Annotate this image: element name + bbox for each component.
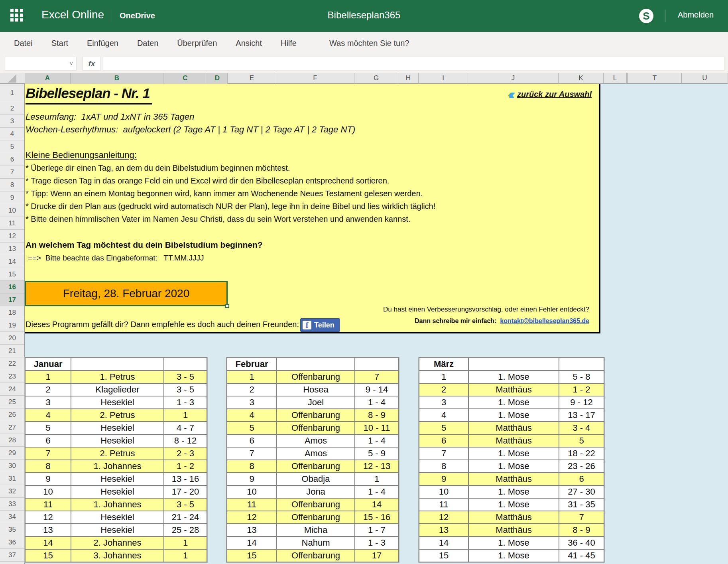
plan-cell-day[interactable]: 11: [227, 498, 277, 511]
plan-cell-day[interactable]: 9: [25, 473, 71, 485]
column-header-D[interactable]: D: [207, 73, 228, 84]
plan-cell-chapters[interactable]: 1 - 2: [164, 460, 207, 473]
plan-cell-book[interactable]: Hesekiel: [71, 524, 164, 536]
formula-input[interactable]: [103, 57, 725, 71]
plan-cell-book[interactable]: 1. Mose: [468, 409, 559, 422]
row-header-19[interactable]: 19: [0, 319, 24, 332]
plan-cell-day[interactable]: 13: [419, 524, 468, 536]
plan-cell-chapters[interactable]: 10 - 11: [355, 422, 399, 434]
menu-ansicht[interactable]: Ansicht: [236, 39, 262, 48]
empty-header-cell[interactable]: [468, 358, 559, 371]
plan-cell-chapters[interactable]: 31 - 35: [559, 498, 604, 511]
plan-cell-book[interactable]: 1. Johannes: [71, 498, 164, 511]
plan-cell-chapters[interactable]: 7: [559, 511, 604, 524]
row-header-7[interactable]: 7: [0, 166, 24, 179]
plan-cell-book[interactable]: 1. Mose: [468, 549, 559, 562]
column-header-H[interactable]: H: [398, 73, 419, 84]
contact-email-link[interactable]: kontakt@bibelleseplan365.de: [500, 317, 589, 324]
plan-cell-day[interactable]: 5: [25, 422, 71, 434]
plan-cell-day[interactable]: 1: [419, 371, 468, 383]
column-header-I[interactable]: I: [419, 73, 468, 84]
plan-cell-book[interactable]: 2. Petrus: [71, 447, 164, 460]
month-label[interactable]: Januar: [25, 358, 71, 371]
plan-cell-chapters[interactable]: 3 - 4: [559, 422, 604, 434]
plan-cell-book[interactable]: Amos: [277, 447, 355, 460]
plan-cell-book[interactable]: Matthäus: [468, 434, 559, 447]
plan-cell-day[interactable]: 9: [419, 473, 468, 485]
plan-cell-book[interactable]: Hesekiel: [71, 396, 164, 409]
plan-cell-chapters[interactable]: 6: [559, 473, 604, 485]
plan-cell-day[interactable]: 3: [227, 396, 277, 409]
plan-cell-day[interactable]: 15: [419, 549, 468, 562]
plan-cell-day[interactable]: 8: [25, 460, 71, 473]
plan-cell-chapters[interactable]: 36 - 40: [559, 536, 604, 549]
plan-cell-chapters[interactable]: 1 - 4: [355, 396, 399, 409]
row-header-10[interactable]: 10: [0, 204, 24, 217]
signout-button[interactable]: Abmelden: [678, 10, 714, 20]
row-header-36[interactable]: 36: [0, 536, 24, 549]
row-header-12[interactable]: 12: [0, 230, 24, 243]
plan-cell-chapters[interactable]: 23 - 26: [559, 460, 604, 473]
menu-hilfe[interactable]: Hilfe: [281, 39, 297, 48]
plan-cell-book[interactable]: Nahum: [277, 536, 355, 549]
plan-cell-day[interactable]: 11: [419, 498, 468, 511]
plan-cell-chapters[interactable]: 17 - 20: [164, 485, 207, 498]
plan-cell-book[interactable]: Klagelieder: [71, 383, 164, 396]
row-header-13[interactable]: 13: [0, 243, 24, 255]
plan-cell-book[interactable]: Offenbarung: [277, 498, 355, 511]
plan-cell-book[interactable]: Matthäus: [468, 383, 559, 396]
plan-cell-book[interactable]: Hesekiel: [71, 511, 164, 524]
plan-cell-day[interactable]: 3: [25, 396, 71, 409]
plan-cell-chapters[interactable]: 13 - 17: [559, 409, 604, 422]
plan-cell-day[interactable]: 4: [227, 409, 277, 422]
menu-einfuegen[interactable]: Einfügen: [87, 39, 118, 48]
plan-cell-day[interactable]: 12: [419, 511, 468, 524]
plan-cell-chapters[interactable]: 25 - 28: [164, 524, 207, 536]
plan-cell-chapters[interactable]: 5 - 9: [355, 447, 399, 460]
column-header-A[interactable]: A: [25, 73, 71, 84]
skype-icon[interactable]: S: [639, 9, 653, 23]
row-header-38[interactable]: 38: [0, 562, 24, 564]
fill-handle[interactable]: [225, 304, 229, 308]
row-header-31[interactable]: 31: [0, 472, 24, 485]
row-header-14[interactable]: 14: [0, 255, 24, 268]
plan-cell-day[interactable]: 7: [419, 447, 468, 460]
name-box[interactable]: ˅: [5, 57, 77, 71]
row-header-8[interactable]: 8: [0, 179, 24, 191]
plan-cell-book[interactable]: 1. Petrus: [71, 371, 164, 383]
plan-cell-day[interactable]: 14: [227, 536, 277, 549]
plan-cell-chapters[interactable]: 1 - 3: [355, 536, 399, 549]
plan-cell-book[interactable]: Obadja: [277, 473, 355, 485]
plan-cell-day[interactable]: 6: [227, 434, 277, 447]
row-header-22[interactable]: 22: [0, 357, 24, 370]
plan-cell-day[interactable]: 15: [25, 549, 71, 562]
row-header-16[interactable]: 16: [0, 281, 24, 294]
plan-cell-chapters[interactable]: 1: [164, 409, 207, 422]
row-header-5[interactable]: 5: [0, 140, 24, 153]
plan-cell-book[interactable]: Offenbarung: [277, 511, 355, 524]
row-header-2[interactable]: 2: [0, 102, 24, 115]
plan-cell-chapters[interactable]: 4 - 7: [164, 422, 207, 434]
row-header-35[interactable]: 35: [0, 523, 24, 536]
plan-cell-book[interactable]: 1. Mose: [468, 371, 559, 383]
column-header-J[interactable]: J: [468, 73, 559, 84]
tell-me-search[interactable]: Was möchten Sie tun?: [329, 39, 409, 48]
row-header-4[interactable]: 4: [0, 128, 24, 140]
plan-cell-day[interactable]: 2: [25, 383, 71, 396]
row-header-32[interactable]: 32: [0, 485, 24, 498]
plan-cell-chapters[interactable]: 8 - 9: [355, 409, 399, 422]
plan-cell-chapters[interactable]: 18 - 22: [559, 447, 604, 460]
row-header-24[interactable]: 24: [0, 383, 24, 396]
row-header-25[interactable]: 25: [0, 396, 24, 408]
plan-cell-chapters[interactable]: 2 - 3: [164, 447, 207, 460]
row-header-21[interactable]: 21: [0, 345, 24, 357]
row-header-30[interactable]: 30: [0, 459, 24, 472]
plan-cell-book[interactable]: 1. Johannes: [71, 460, 164, 473]
plan-cell-book[interactable]: Offenbarung: [277, 549, 355, 562]
row-header-20[interactable]: 20: [0, 332, 24, 345]
plan-cell-book[interactable]: Hesekiel: [71, 434, 164, 447]
plan-cell-chapters[interactable]: 5 - 8: [559, 371, 604, 383]
row-header-11[interactable]: 11: [0, 217, 24, 230]
row-header-29[interactable]: 29: [0, 447, 24, 459]
row-header-27[interactable]: 27: [0, 421, 24, 434]
